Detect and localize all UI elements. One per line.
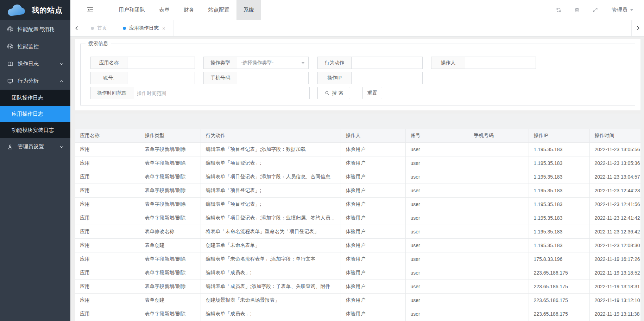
site-logo: 我的站点 [0, 0, 70, 20]
cell-action: 编辑表单「项目登记表」; [201, 197, 341, 211]
fullscreen-icon[interactable] [592, 7, 598, 13]
close-icon[interactable]: × [162, 26, 165, 31]
table-row[interactable]: 应用表单字段新增/删除 编辑表单「成员表」;体验用户 user 223.65.1… [75, 266, 640, 280]
ip-input[interactable] [352, 72, 422, 84]
nav-finance[interactable]: 财务 [177, 0, 201, 20]
cell-phone [469, 252, 529, 266]
cell-time: 2022-11-23 13:05:36 [589, 156, 640, 170]
sidebar-item-label: 管理员设置 [18, 143, 44, 150]
account-input[interactable] [127, 72, 195, 84]
nav-users-teams[interactable]: 用户和团队 [112, 0, 152, 20]
sidebar-item-team-operation-log[interactable]: 团队操作日志 [0, 90, 70, 106]
cell-phone [469, 225, 529, 238]
table-row[interactable]: 应用表单创建 创建场景报表「未命名场景报表」体验用户 user 223.65.1… [75, 293, 640, 307]
field-label: 操作时间范围 [90, 87, 133, 99]
cell-time: 2022-11-23 13:05:56 [589, 142, 640, 156]
cell-action: 编辑表单「成员表」; [201, 307, 341, 321]
column-header-op-type: 操作类型 [140, 129, 201, 142]
sidebar: 我的站点 性能配置与消耗 性能监控 操作日志 行为分析 团队操作日 [0, 0, 70, 321]
cell-operator: 体验用户 [341, 197, 405, 211]
cell-action: 编辑表单「项目登记表」; [201, 156, 341, 170]
field-app-name: 应用名称 [90, 57, 195, 69]
table-row[interactable]: 应用表单字段新增/删除 编辑表单「成员表」;体验用户 user 223.65.1… [75, 307, 640, 321]
chevron-down-icon [59, 145, 64, 149]
nav-forms[interactable]: 表单 [152, 0, 177, 20]
cell-op-type: 表单字段新增/删除 [140, 170, 201, 184]
sidebar-item-behavior-analysis[interactable]: 行为分析 [0, 72, 70, 90]
cell-app-name: 应用 [75, 238, 140, 252]
search-button[interactable]: 搜 索 [317, 87, 350, 99]
collapse-menu-icon[interactable] [86, 6, 94, 14]
reset-button[interactable]: 重置 [362, 87, 382, 99]
table-row[interactable]: 应用表单字段新增/删除 编辑表单「项目登记表」;添加字段：业绩归属、签约人员..… [75, 211, 640, 225]
sidebar-item-module-install-log[interactable]: 功能模块安装日志 [0, 122, 70, 138]
sidebar-item-label: 行为分析 [18, 78, 39, 84]
cell-ip: 223.65.186.175 [529, 266, 589, 280]
app-name-input[interactable] [127, 57, 195, 69]
tab-app-operation-log[interactable]: 应用操作日志 × [115, 20, 173, 36]
time-range-input[interactable] [133, 87, 309, 99]
book-icon [7, 61, 13, 67]
cell-time: 2022-11-23 13:04:57 [589, 170, 640, 184]
cell-op-type: 表单字段新增/删除 [140, 252, 201, 266]
sidebar-item-performance-config[interactable]: 性能配置与消耗 [0, 21, 70, 38]
field-label: 手机号码 [203, 72, 237, 84]
sidebar-item-app-operation-log[interactable]: 应用操作日志 [0, 106, 70, 122]
user-icon [7, 144, 13, 150]
cell-operator: 体验用户 [341, 266, 405, 280]
tab-home[interactable]: 首页 [83, 20, 115, 36]
cell-phone [469, 211, 529, 225]
cell-app-name: 应用 [75, 156, 140, 170]
top-nav: 用户和团队 表单 财务 站点配置 系统 [112, 0, 261, 20]
field-label: 操作人 [431, 57, 465, 69]
table-row[interactable]: 应用表单字段新增/删除 编辑表单「未命名流程表单」;添加字段：单行文本体验用户 … [75, 252, 640, 266]
cell-op-type: 表单字段新增/删除 [140, 307, 201, 321]
tab-label: 应用操作日志 [129, 25, 159, 31]
phone-input[interactable] [237, 72, 308, 84]
cell-action: 编辑表单「项目登记表」;添加字段：数据加载 [201, 142, 341, 156]
table-row[interactable]: 应用表单创建 创建表单「未命名表单」体验用户 user 1.195.35.183… [75, 238, 640, 252]
table-row[interactable]: 应用表单修改名称 将表单「未命名流程表单」重命名为「项目登记表」体验用户 use… [75, 225, 640, 238]
trash-icon[interactable] [574, 7, 580, 13]
cell-operator: 体验用户 [341, 184, 405, 197]
cell-app-name: 应用 [75, 184, 140, 197]
cell-action: 编辑表单「项目登记表」;添加字段：业绩归属、签约人员... [201, 211, 341, 225]
cell-operator: 体验用户 [341, 142, 405, 156]
log-table: 应用名称 操作类型 行为动作 操作人 账号 手机号码 操作IP 操作时间 应用表… [75, 129, 640, 321]
table-row[interactable]: 应用表单字段新增/删除 编辑表单「项目登记表」;体验用户 user 1.195.… [75, 184, 640, 197]
field-time-range: 操作时间范围 [90, 87, 310, 99]
tab-dot-icon [123, 27, 126, 30]
op-type-select[interactable]: -选择操作类型- [237, 57, 308, 69]
cell-phone [469, 184, 529, 197]
breadcrumb-tabbar: 首页 应用操作日志 × [70, 20, 644, 37]
table-row[interactable]: 应用表单字段新增/删除 编辑表单「项目登记表」;体验用户 user 1.195.… [75, 197, 640, 211]
caret-down-icon [301, 62, 305, 64]
sidebar-item-performance-monitor[interactable]: 性能监控 [0, 38, 70, 55]
table-row[interactable]: 应用表单字段新增/删除 编辑表单「成员表」;添加字段：子表单、关联查询、附件体验… [75, 280, 640, 293]
cell-phone [469, 238, 529, 252]
tabs-scroll-left-button[interactable] [70, 20, 83, 36]
refresh-icon[interactable] [556, 7, 562, 13]
cell-account: user [405, 280, 469, 293]
sidebar-item-operation-log[interactable]: 操作日志 [0, 55, 70, 72]
cell-operator: 体验用户 [341, 156, 405, 170]
tabs-scroll-right-button[interactable] [631, 20, 644, 36]
action-input[interactable] [352, 57, 422, 69]
log-table-body: 应用表单字段新增/删除 编辑表单「项目登记表」;添加字段：数据加载体验用户 us… [75, 142, 640, 321]
table-row[interactable]: 应用表单字段新增/删除 编辑表单「项目登记表」;添加字段：人员信息、合同信息体验… [75, 170, 640, 184]
cell-phone [469, 293, 529, 307]
table-row[interactable]: 应用表单字段新增/删除 编辑表单「项目登记表」;体验用户 user 1.195.… [75, 156, 640, 170]
sidebar-item-admin-settings[interactable]: 管理员设置 [0, 138, 70, 155]
table-row[interactable]: 应用表单字段新增/删除 编辑表单「项目登记表」;添加字段：数据加载体验用户 us… [75, 142, 640, 156]
cell-app-name: 应用 [75, 280, 140, 293]
admin-dropdown[interactable]: 管理员 [612, 7, 633, 13]
field-label: 行为动作 [317, 57, 352, 69]
site-title: 我的站点 [32, 5, 63, 15]
nav-site-config[interactable]: 站点配置 [201, 0, 236, 20]
cell-time: 2022-11-19 13:12:10 [589, 293, 640, 307]
field-label: 操作类型 [203, 57, 237, 69]
operator-input[interactable] [465, 57, 536, 69]
nav-system[interactable]: 系统 [236, 0, 261, 20]
cell-ip: 1.195.35.183 [529, 142, 589, 156]
cell-phone [469, 280, 529, 293]
